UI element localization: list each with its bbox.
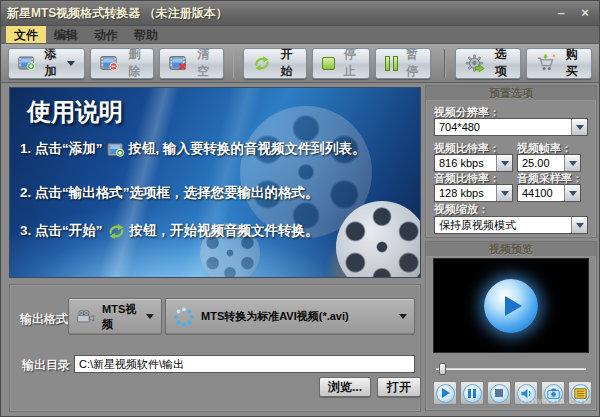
samplerate-value: 44100 — [518, 185, 564, 201]
preview-panel-title: 视频预览 — [426, 242, 596, 257]
step3-text: 按钮，开始视频音频文件转换。 — [130, 222, 319, 240]
start-label: 开始 — [276, 46, 296, 80]
clear-button[interactable]: 清空 — [159, 48, 223, 79]
close-button[interactable]: × — [577, 6, 593, 20]
video-zoom-label: 视频缩放： — [434, 202, 489, 217]
clear-label: 清空 — [193, 46, 213, 80]
output-dir-label: 输出目录： — [22, 357, 82, 374]
menu-item-file[interactable]: 文件 — [6, 26, 46, 43]
step1-text: 1. 点击“添加” — [20, 140, 103, 158]
chevron-down-icon[interactable] — [496, 155, 512, 171]
play-triangle-icon — [505, 296, 522, 316]
preview-pause-button[interactable] — [460, 381, 484, 405]
watermark: DOWNXIA.COM — [520, 397, 591, 406]
chevron-down-icon[interactable] — [571, 217, 587, 233]
open-button[interactable]: 打开 — [377, 377, 421, 397]
film-minus-icon — [100, 54, 119, 72]
step3-text: 3. 点击“开始” — [20, 222, 103, 240]
menu-item-edit[interactable]: 编辑 — [46, 26, 86, 43]
options-button[interactable]: 选项 — [455, 48, 521, 79]
framerate-select[interactable]: 25.00 — [517, 154, 581, 172]
preview-stop-button[interactable] — [487, 381, 511, 405]
pause-icon — [463, 384, 482, 403]
output-panel: 输出格式： MTS视频 MTS转换为标准AVI视频(*.avi — [9, 284, 421, 412]
recycle-arrows-icon — [107, 223, 126, 240]
video-preview-panel: 视频预览 — [425, 241, 597, 411]
slider-track — [436, 368, 586, 370]
window-title: 新星MTS视频格式转换器 （未注册版本） — [7, 5, 228, 22]
start-button[interactable]: 开始 — [243, 48, 306, 79]
preset-panel-title: 预置选项 — [426, 86, 596, 101]
slider-handle[interactable] — [439, 363, 446, 375]
stop-icon — [490, 384, 509, 403]
video-bitrate-value: 816 kbps — [435, 155, 496, 171]
usage-banner: 使用说明 1. 点击“添加” 按钮, 输入要转换的音视频文件到列表。 2. 点击… — [9, 87, 421, 278]
audio-bitrate-select[interactable]: 128 kbps — [434, 184, 513, 202]
video-bitrate-select[interactable]: 816 kbps — [434, 154, 513, 172]
menu-bar: 文件 编辑 动作 帮助 — [1, 26, 599, 44]
video-zoom-select[interactable]: 保持原视频模式 — [434, 216, 588, 234]
preset-options-panel: 预置选项 视频分辨率： 704*480 视频比特率： 视频帧率： 816 kbp… — [425, 85, 597, 238]
delete-label: 删除 — [124, 46, 144, 80]
toolbar-separator — [233, 49, 235, 78]
audio-bitrate-value: 128 kbps — [435, 185, 496, 201]
step2-text: 2. 点击“输出格式”选项框，选择您要输出的格式。 — [20, 184, 319, 202]
menu-item-action[interactable]: 动作 — [86, 26, 126, 43]
resolution-value: 704*480 — [435, 119, 571, 135]
output-profile-select[interactable]: MTS转换为标准AVI视频(*.avi) — [165, 298, 415, 335]
chevron-down-icon — [399, 314, 407, 319]
output-dir-input[interactable] — [74, 355, 415, 373]
samplerate-select[interactable]: 44100 — [517, 184, 581, 202]
recycle-arrows-icon — [253, 54, 271, 73]
film-plus-icon — [18, 54, 36, 72]
banner-step-2: 2. 点击“输出格式”选项框，选择您要输出的格式。 — [20, 184, 319, 202]
pause-label: 暂停 — [403, 46, 421, 80]
gear-icon — [465, 52, 485, 75]
framerate-value: 25.00 — [518, 155, 564, 171]
chevron-down-icon[interactable] — [571, 119, 587, 135]
banner-step-3: 3. 点击“开始” 按钮，开始视频音频文件转换。 — [20, 222, 319, 240]
chevron-down-icon[interactable] — [496, 185, 512, 201]
preview-play-button[interactable] — [433, 381, 457, 405]
buy-label: 购买 — [562, 46, 582, 80]
toolbar-separator — [444, 49, 446, 78]
stop-button[interactable]: 停止 — [312, 48, 370, 79]
seek-slider[interactable] — [436, 363, 586, 375]
output-profile-value: MTS转换为标准AVI视频(*.avi) — [201, 309, 349, 324]
toolbar: 添加 删除 清空 — [1, 44, 599, 83]
film-x-icon — [169, 54, 188, 72]
stop-square-icon — [322, 57, 335, 70]
pause-bars-icon — [385, 56, 398, 71]
app-window: 新星MTS视频格式转换器 （未注册版本） – × 文件 编辑 动作 帮助 添加 — [0, 0, 600, 417]
buy-button[interactable]: 购买 — [526, 48, 592, 79]
chevron-down-icon[interactable] — [564, 185, 580, 201]
delete-button[interactable]: 删除 — [90, 48, 154, 79]
add-button[interactable]: 添加 — [8, 48, 85, 79]
title-bar: 新星MTS视频格式转换器 （未注册版本） – × — [1, 1, 599, 26]
camcorder-icon — [76, 308, 96, 325]
caret-down-icon — [67, 61, 75, 66]
video-zoom-value: 保持原视频模式 — [435, 217, 571, 233]
banner-title: 使用说明 — [27, 96, 123, 128]
dots-ring-icon — [173, 306, 195, 328]
video-preview-area[interactable] — [433, 258, 589, 353]
chevron-down-icon[interactable] — [564, 155, 580, 171]
film-plus-icon — [107, 142, 125, 157]
stop-label: 停止 — [340, 46, 360, 80]
output-format-value: MTS视频 — [102, 302, 140, 332]
add-label: 添加 — [41, 46, 60, 80]
play-icon — [436, 384, 455, 403]
menu-item-help[interactable]: 帮助 — [126, 26, 166, 43]
chevron-down-icon — [146, 314, 154, 319]
output-format-select[interactable]: MTS视频 — [68, 298, 162, 335]
play-circle-icon[interactable] — [484, 279, 538, 333]
browse-button[interactable]: 浏览... — [319, 377, 371, 397]
step1-text: 按钮, 输入要转换的音视频文件到列表。 — [129, 140, 366, 158]
pause-button[interactable]: 暂停 — [375, 48, 431, 79]
banner-step-1: 1. 点击“添加” 按钮, 输入要转换的音视频文件到列表。 — [20, 140, 366, 158]
cart-icon — [536, 52, 556, 74]
resolution-select[interactable]: 704*480 — [434, 118, 588, 136]
options-label: 选项 — [491, 46, 511, 80]
minimize-button[interactable]: – — [553, 6, 569, 20]
